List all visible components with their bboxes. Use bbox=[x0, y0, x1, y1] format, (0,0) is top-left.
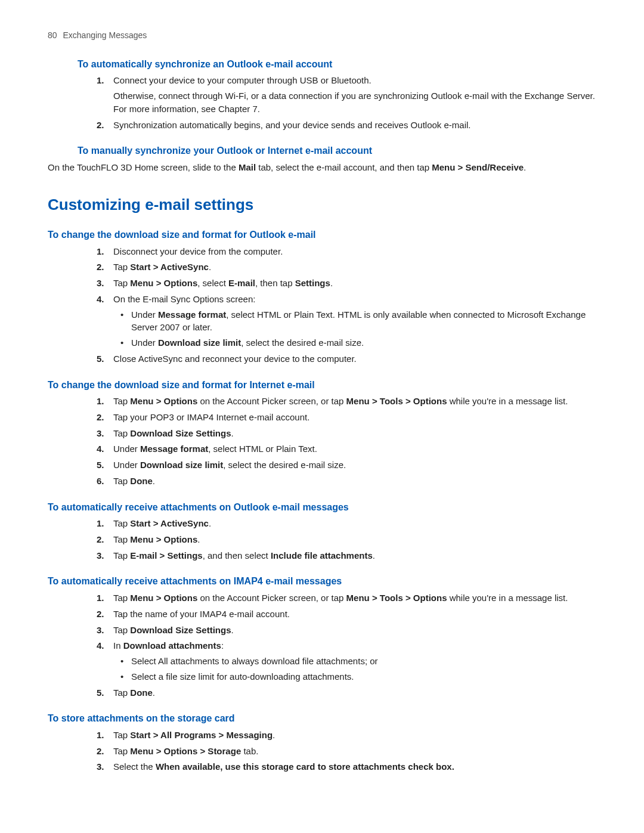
text-run: . bbox=[231, 428, 234, 438]
text-run: while you're in a message list. bbox=[447, 593, 568, 603]
text-run: , then tap bbox=[255, 278, 295, 288]
page-header: 80 Exchanging Messages bbox=[48, 30, 608, 41]
list-item: Tap Start > All Programs > Messaging. bbox=[48, 729, 608, 742]
body-text: Close ActiveSync and reconnect your devi… bbox=[113, 354, 357, 364]
bold-run: Menu > Options bbox=[130, 396, 197, 406]
page-title: Exchanging Messages bbox=[63, 30, 147, 40]
bullet-item: Under Download size limit, select the de… bbox=[113, 336, 608, 349]
list-item: Tap the name of your IMAP4 e-mail accoun… bbox=[48, 608, 608, 621]
text-run: Tap bbox=[113, 746, 130, 756]
heading-change-outlook-size: To change the download size and format f… bbox=[48, 228, 608, 241]
bold-run: Menu > Options > Storage bbox=[130, 746, 241, 756]
heading-attach-outlook: To automatically receive attachments on … bbox=[48, 501, 608, 514]
body-text: On the TouchFLO 3D Home screen, slide to… bbox=[48, 161, 608, 174]
text-run: , select the desired e-mail size. bbox=[241, 337, 364, 348]
text-run: Under bbox=[131, 309, 158, 320]
bullet-item: Under Message format, select HTML or Pla… bbox=[113, 308, 608, 335]
list-item: Tap Start > ActiveSync. bbox=[48, 517, 608, 530]
list-item: On the E-mail Sync Options screen: Under… bbox=[48, 293, 608, 349]
text-run: . bbox=[153, 476, 155, 486]
heading-attach-imap4: To automatically receive attachments on … bbox=[48, 575, 608, 588]
bold-run: Settings bbox=[295, 278, 330, 288]
text-run: Tap bbox=[113, 593, 130, 603]
list-item: Tap Menu > Options > Storage tab. bbox=[48, 745, 608, 758]
bold-run: Download attachments bbox=[123, 640, 221, 651]
list-item: In Download attachments: Select All atta… bbox=[48, 639, 608, 683]
bold-run: Start > All Programs > Messaging bbox=[130, 730, 273, 740]
bold-run: Done bbox=[130, 476, 153, 486]
text-run: Under bbox=[113, 444, 140, 454]
text-run: . bbox=[209, 518, 211, 528]
list-item: Disconnect your device from the computer… bbox=[48, 245, 608, 258]
bold-run: Message format bbox=[158, 309, 226, 320]
body-text: Tap the name of your IMAP4 e-mail accoun… bbox=[113, 609, 290, 619]
bold-run: Message format bbox=[140, 444, 208, 454]
text-run: . bbox=[373, 550, 375, 561]
bold-run: Menu > Options bbox=[130, 534, 197, 544]
text-run: . bbox=[197, 534, 200, 544]
bold-run: Menu > Tools > Options bbox=[346, 396, 447, 406]
list-item: Synchronization automatically begins, an… bbox=[48, 119, 608, 132]
body-text: Disconnect your device from the computer… bbox=[113, 246, 283, 256]
list-item: Tap Download Size Settings. bbox=[48, 624, 608, 637]
text-run: Tap bbox=[113, 534, 130, 544]
list-item: Close ActiveSync and reconnect your devi… bbox=[48, 352, 608, 366]
bold-run: Download Size Settings bbox=[130, 428, 231, 438]
text-run: . bbox=[209, 262, 211, 272]
list-item: Select the When available, use this stor… bbox=[48, 760, 608, 773]
text-run: Tap bbox=[113, 396, 130, 406]
bullet-item: Select All attachments to always downloa… bbox=[113, 655, 608, 668]
list-item: Tap E-mail > Settings, and then select I… bbox=[48, 549, 608, 562]
sub-bullets: Select All attachments to always downloa… bbox=[113, 655, 608, 683]
text-run: In bbox=[113, 640, 123, 651]
body-text: Synchronization automatically begins, an… bbox=[113, 119, 608, 132]
text-run: Tap bbox=[113, 278, 130, 288]
list-item: Tap Done. bbox=[48, 686, 608, 699]
list-change-internet-size: Tap Menu > Options on the Account Picker… bbox=[48, 395, 608, 488]
text-run: . bbox=[231, 625, 234, 635]
text-run: Tap bbox=[113, 428, 130, 438]
text-run: on the Account Picker screen, or tap bbox=[197, 396, 346, 406]
bold-run: E-mail > Settings bbox=[130, 550, 202, 561]
heading-customizing-email: Customizing e-mail settings bbox=[48, 194, 608, 215]
text-run: . bbox=[273, 730, 275, 740]
text-run: Tap bbox=[113, 518, 130, 528]
sub-bullets: Under Message format, select HTML or Pla… bbox=[113, 308, 608, 349]
heading-manual-sync: To manually synchronize your Outlook or … bbox=[78, 144, 608, 157]
text-run: Under bbox=[131, 337, 158, 348]
list-change-outlook-size: Disconnect your device from the computer… bbox=[48, 245, 608, 366]
bullet-item: Select a file size limit for auto-downlo… bbox=[113, 670, 608, 683]
heading-auto-sync-outlook: To automatically synchronize an Outlook … bbox=[78, 58, 608, 71]
text-run: Under bbox=[113, 460, 140, 470]
body-text: Otherwise, connect through Wi-Fi, or a d… bbox=[113, 89, 608, 116]
heading-change-internet-size: To change the download size and format f… bbox=[48, 379, 608, 392]
text-run: . bbox=[524, 162, 526, 172]
list-item: Tap Menu > Options on the Account Picker… bbox=[48, 592, 608, 605]
bold-run: Download size limit bbox=[140, 460, 223, 470]
list-item: Tap your POP3 or IMAP4 Internet e-mail a… bbox=[48, 411, 608, 424]
bold-run: Menu > Send/Receive bbox=[432, 162, 524, 172]
text-run: , and then select bbox=[203, 550, 271, 561]
body-text: Tap your POP3 or IMAP4 Internet e-mail a… bbox=[113, 412, 309, 422]
list-item: Tap Menu > Options on the Account Picker… bbox=[48, 395, 608, 408]
list-item: Tap Menu > Options. bbox=[48, 533, 608, 546]
text-run: Tap bbox=[113, 688, 130, 698]
bold-run: Download Size Settings bbox=[130, 625, 231, 635]
list-item: Under Message format, select HTML or Pla… bbox=[48, 442, 608, 456]
bold-run: Menu > Options bbox=[130, 278, 197, 288]
body-text: Connect your device to your computer thr… bbox=[113, 74, 608, 87]
list-item: Tap Start > ActiveSync. bbox=[48, 261, 608, 274]
text-run: : bbox=[221, 640, 224, 651]
bold-run: Menu > Options bbox=[130, 593, 197, 603]
bold-run: Menu > Tools > Options bbox=[346, 593, 447, 603]
text-run: tab. bbox=[241, 746, 258, 756]
bold-run: Start > ActiveSync bbox=[130, 518, 209, 528]
text-run: Tap bbox=[113, 476, 130, 486]
body-text: On the E-mail Sync Options screen: bbox=[113, 294, 255, 304]
list-item: Under Download size limit, select the de… bbox=[48, 459, 608, 472]
bold-run: When available, use this storage card to… bbox=[156, 761, 454, 772]
list-auto-sync-outlook: Connect your device to your computer thr… bbox=[48, 74, 608, 131]
list-item: Tap Download Size Settings. bbox=[48, 427, 608, 440]
text-run: on the Account Picker screen, or tap bbox=[197, 593, 346, 603]
text-run: , select HTML or Plain Text. bbox=[208, 444, 317, 454]
